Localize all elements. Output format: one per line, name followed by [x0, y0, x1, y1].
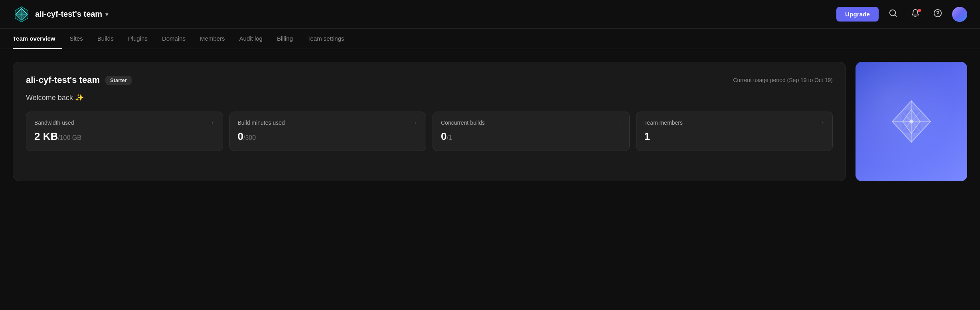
stat-card-team-members[interactable]: Team members → 1 — [636, 112, 833, 151]
svg-marker-24 — [920, 111, 931, 132]
team-card-title: ali-cyf-test's team — [26, 75, 100, 85]
stat-card-build-minutes[interactable]: Build minutes used → 0/300 — [229, 112, 427, 151]
nav-item-billing[interactable]: Billing — [270, 29, 300, 49]
bandwidth-arrow: → — [208, 119, 215, 126]
team-name-text: ali-cyf-test's team — [35, 10, 102, 19]
notification-badge — [918, 9, 921, 12]
welcome-message: Welcome back ✨ — [26, 93, 833, 102]
svg-line-13 — [895, 15, 896, 16]
concurrent-builds-value-row: 0/1 — [441, 130, 621, 143]
nav-item-domains[interactable]: Domains — [155, 29, 193, 49]
usage-period-text: Current usage period (Sep 19 to Oct 19) — [733, 77, 833, 83]
bandwidth-limit: /100 GB — [58, 134, 81, 141]
header-left: ali-cyf-test's team ▾ — [13, 6, 108, 23]
stats-grid: Bandwidth used → 2 KB/100 GB Build minut… — [26, 112, 833, 151]
nav-item-team-settings[interactable]: Team settings — [300, 29, 352, 49]
team-name-button[interactable]: ali-cyf-test's team ▾ — [35, 10, 108, 19]
bandwidth-value: 2 KB — [34, 130, 58, 142]
stat-label-row-concurrent: Concurrent builds → — [441, 119, 621, 126]
concurrent-builds-label: Concurrent builds — [441, 120, 485, 126]
netlify-logo — [13, 6, 30, 23]
team-members-arrow: → — [818, 119, 824, 126]
nav-item-plugins[interactable]: Plugins — [121, 29, 155, 49]
upgrade-button[interactable]: Upgrade — [836, 7, 879, 22]
concurrent-builds-limit: /1 — [447, 134, 452, 141]
build-minutes-value-row: 0/300 — [238, 130, 418, 143]
team-members-value-row: 1 — [644, 130, 825, 143]
stat-label-row-build-minutes: Build minutes used → — [238, 119, 418, 126]
bandwidth-label: Bandwidth used — [34, 120, 74, 126]
user-avatar[interactable] — [952, 7, 967, 22]
notifications-button[interactable] — [907, 6, 923, 22]
svg-point-22 — [909, 120, 913, 124]
concurrent-builds-value: 0 — [441, 130, 447, 142]
stat-card-bandwidth[interactable]: Bandwidth used → 2 KB/100 GB — [26, 112, 223, 151]
team-dropdown-chevron: ▾ — [105, 11, 108, 18]
help-button[interactable] — [930, 6, 946, 22]
main-nav: Team overview Sites Builds Plugins Domai… — [0, 29, 980, 49]
promo-logo-icon — [887, 98, 935, 145]
team-title-row: ali-cyf-test's team Starter — [26, 75, 132, 85]
avatar-image — [952, 7, 967, 22]
search-icon — [889, 9, 897, 20]
team-members-value: 1 — [644, 130, 650, 142]
concurrent-builds-arrow: → — [615, 119, 621, 126]
build-minutes-arrow: → — [411, 119, 418, 126]
nav-item-audit-log[interactable]: Audit log — [232, 29, 270, 49]
build-minutes-label: Build minutes used — [238, 120, 285, 126]
nav-item-builds[interactable]: Builds — [90, 29, 121, 49]
main-content: ali-cyf-test's team Starter Current usag… — [0, 49, 980, 194]
build-minutes-value: 0 — [238, 130, 243, 142]
svg-marker-26 — [892, 111, 903, 132]
build-minutes-limit: /300 — [243, 134, 256, 141]
stat-label-row-members: Team members → — [644, 119, 825, 126]
header: ali-cyf-test's team ▾ Upgrade — [0, 0, 980, 29]
team-members-label: Team members — [644, 120, 683, 126]
promo-card — [856, 62, 967, 181]
nav-item-sites[interactable]: Sites — [62, 29, 90, 49]
stat-label-row-bandwidth: Bandwidth used → — [34, 119, 215, 126]
team-overview-card: ali-cyf-test's team Starter Current usag… — [13, 62, 846, 181]
nav-item-members[interactable]: Members — [193, 29, 232, 49]
help-icon — [933, 9, 942, 20]
nav-item-team-overview[interactable]: Team overview — [13, 29, 62, 49]
plan-badge: Starter — [105, 76, 132, 85]
stat-card-concurrent-builds[interactable]: Concurrent builds → 0/1 — [433, 112, 630, 151]
header-right: Upgrade — [836, 6, 967, 22]
bandwidth-value-row: 2 KB/100 GB — [34, 130, 215, 143]
team-card-header: ali-cyf-test's team Starter Current usag… — [26, 75, 833, 85]
search-button[interactable] — [885, 6, 901, 22]
